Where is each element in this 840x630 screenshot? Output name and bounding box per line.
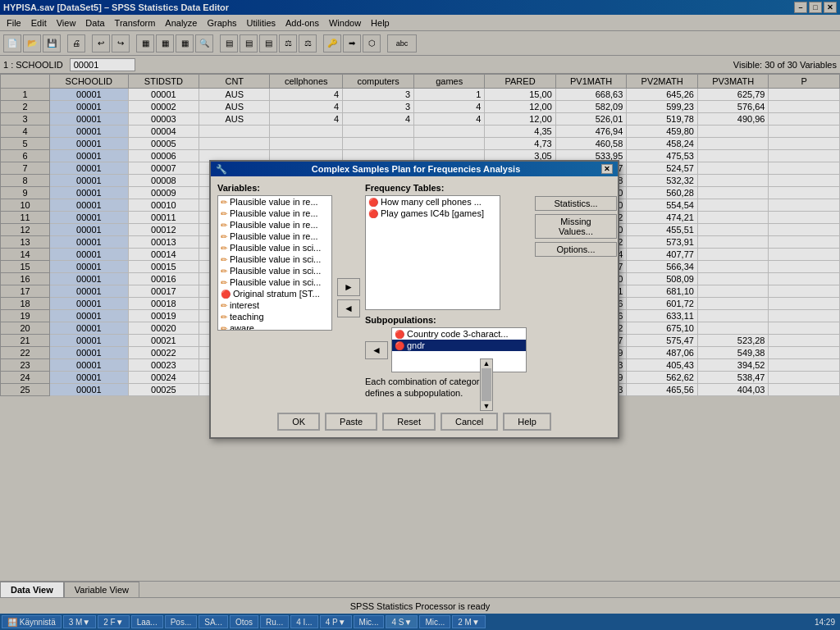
variables-label: Variables: (217, 183, 332, 193)
subpop-row: ◄ 🔴Country code 3-charact...🔴gndr (365, 327, 527, 372)
pencil-icon: ✏ (221, 232, 227, 241)
variable-list-item[interactable]: ✏teaching (218, 311, 331, 322)
pencil-icon: ✏ (221, 301, 227, 310)
variable-list-item[interactable]: ✏aware (218, 322, 331, 331)
statistics-button[interactable]: Statistics... (535, 196, 617, 211)
subpopulations-section: Subpopulations: ◄ 🔴Country code 3-charac… (365, 315, 527, 399)
subpop-item[interactable]: 🔴Country code 3-charact... (392, 328, 526, 340)
dialog-title-text: Complex Samples Plan for Frequencies Ana… (312, 164, 521, 174)
reset-button[interactable]: Reset (382, 413, 436, 431)
pencil-icon: ✏ (221, 278, 227, 287)
variable-item-label: Plausible value in sci... (230, 266, 321, 276)
pencil-icon: ✏ (221, 324, 227, 331)
freq-tables-label: Frequency Tables: (365, 183, 527, 193)
variable-list-item[interactable]: ✏Plausible value in sci... (218, 276, 331, 288)
variable-item-label: interest (230, 300, 259, 310)
variables-section: Variables: ✏Plausible value in re...✏Pla… (217, 183, 332, 399)
freq-table-item[interactable]: 🔴Play games IC4b [games] (366, 208, 500, 219)
freq-table-item[interactable]: 🔴How many cell phones ... (366, 196, 500, 208)
dialog-bottom-buttons: OK Paste Reset Cancel Help (211, 413, 618, 431)
variable-item-label: Plausible value in re... (230, 231, 318, 241)
dialog-main-row: Variables: ✏Plausible value in re...✏Pla… (217, 183, 611, 399)
variable-item-label: aware (230, 323, 254, 331)
paste-button[interactable]: Paste (325, 413, 377, 431)
variable-item-label: teaching (230, 312, 264, 322)
help-button[interactable]: Help (503, 413, 551, 431)
subpopulations-label: Subpopulations: (365, 315, 527, 325)
var-scrollbar[interactable]: ▲ ▼ (480, 358, 493, 411)
right-panel: Frequency Tables: 🔴How many cell phones … (365, 183, 527, 399)
options-button[interactable]: Options... (535, 242, 617, 257)
variable-item-label: Plausible value in sci... (230, 277, 321, 287)
ok-button[interactable]: OK (277, 413, 320, 431)
variables-container: ✏Plausible value in re...✏Plausible valu… (217, 195, 332, 331)
variable-item-label: Plausible value in sci... (230, 254, 321, 264)
dialog-icon: 🔧 (216, 164, 227, 175)
variable-list-item[interactable]: ✏Plausible value in re... (218, 231, 331, 242)
pencil-icon: ✏ (221, 313, 227, 322)
variable-list-item[interactable]: ✏Plausible value in re... (218, 208, 331, 219)
variable-list-item[interactable]: 🔴Original stratum [ST... (218, 288, 331, 299)
freq-tables-section: Frequency Tables: 🔴How many cell phones … (365, 183, 527, 310)
variable-list-item[interactable]: ✏Plausible value in sci... (218, 253, 331, 265)
missing-values-button[interactable]: Missing Values... (535, 214, 617, 239)
arrow-buttons-col: ► ◄ (337, 196, 360, 399)
pencil-icon: ✏ (221, 221, 227, 230)
subpop-item[interactable]: 🔴gndr (392, 340, 526, 351)
db-icon: 🔴 (368, 209, 378, 218)
dialog-title-bar: 🔧 Complex Samples Plan for Frequencies A… (211, 162, 618, 176)
db-icon: 🔴 (221, 290, 231, 299)
action-buttons: Statistics... Missing Values... Options.… (535, 196, 617, 399)
freq-tables-listbox[interactable]: 🔴How many cell phones ...🔴Play games IC4… (365, 195, 500, 310)
variable-list-item[interactable]: ✏Plausible value in sci... (218, 265, 331, 276)
move-to-freq-button[interactable]: ► (337, 278, 360, 296)
pencil-icon: ✏ (221, 267, 227, 276)
dialog-complex-samples: 🔧 Complex Samples Plan for Frequencies A… (209, 160, 619, 439)
variable-item-label: Plausible value in re... (230, 220, 318, 230)
db-icon: 🔴 (395, 330, 404, 339)
subpop-item-label: Country code 3-charact... (407, 329, 509, 339)
dialog-close-button[interactable]: ✕ (601, 164, 613, 174)
db-icon: 🔴 (368, 198, 378, 207)
variable-list-item[interactable]: ✏Plausible value in re... (218, 196, 331, 208)
pencil-icon: ✏ (221, 255, 227, 264)
pencil-icon: ✏ (221, 209, 227, 218)
move-from-freq-button[interactable]: ◄ (337, 299, 360, 317)
subpop-item-label: gndr (407, 340, 425, 350)
freq-item-label: How many cell phones ... (381, 197, 482, 207)
variables-listbox[interactable]: ✏Plausible value in re...✏Plausible valu… (217, 195, 332, 331)
dialog-body: Variables: ✏Plausible value in re...✏Pla… (211, 176, 618, 406)
move-to-subpop-button[interactable]: ◄ (365, 341, 388, 359)
db-icon: 🔴 (395, 341, 404, 350)
cancel-button[interactable]: Cancel (441, 413, 498, 431)
variable-item-label: Plausible value in re... (230, 208, 318, 218)
subpop-listbox[interactable]: 🔴Country code 3-charact...🔴gndr (391, 327, 527, 372)
variable-item-label: Plausible value in sci... (230, 243, 321, 253)
pencil-icon: ✏ (221, 198, 227, 207)
variable-list-item[interactable]: ✏interest (218, 299, 331, 311)
variable-item-label: Original stratum [ST... (233, 289, 320, 299)
pencil-icon: ✏ (221, 244, 227, 253)
freq-item-label: Play games IC4b [games] (381, 208, 484, 218)
variable-list-item[interactable]: ✏Plausible value in sci... (218, 242, 331, 253)
variable-list-item[interactable]: ✏Plausible value in re... (218, 219, 331, 231)
variable-item-label: Plausible value in re... (230, 197, 318, 207)
